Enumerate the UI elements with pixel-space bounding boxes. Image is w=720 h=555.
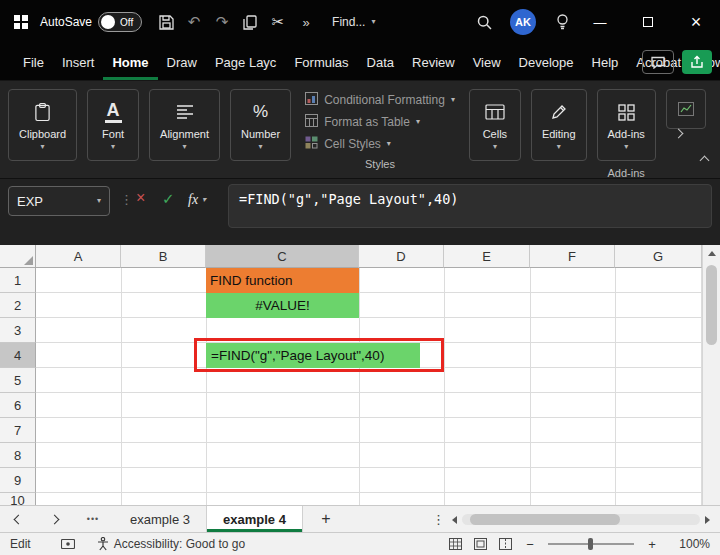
minimize-button[interactable]: —	[576, 0, 624, 44]
cancel-icon[interactable]: ×	[136, 190, 145, 206]
add-ins-icon	[618, 99, 635, 125]
zoom-level[interactable]: 100%	[670, 537, 710, 551]
cell-c2[interactable]: #VALUE!	[206, 293, 359, 318]
sheet-tab-example-3[interactable]: example 3	[114, 506, 206, 532]
search-icon[interactable]	[470, 7, 498, 37]
annotation-highlight-box	[194, 338, 444, 372]
column-header-a[interactable]: A	[36, 245, 121, 268]
formula-input[interactable]: =FIND("g","Page Layout",40)	[228, 184, 712, 228]
collapse-ribbon-button[interactable]	[701, 150, 708, 168]
row-header-3[interactable]: 3	[0, 318, 36, 343]
redo-icon[interactable]: ↷	[208, 7, 236, 37]
tab-draw[interactable]: Draw	[158, 44, 206, 80]
maximize-button[interactable]	[624, 0, 672, 44]
alignment-group-button[interactable]: Alignment ▾	[149, 89, 220, 161]
column-header-g[interactable]: G	[615, 245, 702, 268]
font-group-button[interactable]: A Font ▾	[87, 89, 139, 161]
editing-group-button[interactable]: Editing ▾	[531, 89, 587, 161]
conditional-formatting-button[interactable]: Conditional Formatting ▾	[305, 92, 455, 108]
autosave-toggle[interactable]: Off	[98, 12, 142, 32]
save-icon[interactable]	[152, 7, 180, 37]
tab-view[interactable]: View	[464, 44, 510, 80]
accessibility-status[interactable]: Accessibility: Good to go	[97, 537, 245, 551]
cells-group-button[interactable]: Cells ▾	[469, 89, 521, 161]
sheet-prev-button[interactable]	[0, 506, 36, 532]
zoom-slider[interactable]	[548, 543, 634, 545]
avatar[interactable]: AK	[510, 9, 536, 35]
comments-button[interactable]	[642, 50, 674, 74]
row-header-10[interactable]: 10	[0, 493, 36, 505]
copy-icon[interactable]	[236, 7, 264, 37]
column-header-c[interactable]: C	[206, 245, 359, 268]
horizontal-scrollbar-track[interactable]	[462, 514, 700, 525]
undo-icon[interactable]: ↶	[180, 7, 208, 37]
sheet-overflow-button[interactable]: •••	[72, 506, 114, 532]
zoom-slider-thumb[interactable]	[588, 538, 593, 550]
tab-data[interactable]: Data	[358, 44, 403, 80]
chevron-down-icon: ▾	[97, 197, 101, 205]
toggle-knob-icon	[101, 15, 115, 29]
vertical-scrollbar-thumb[interactable]	[706, 265, 717, 345]
normal-view-button[interactable]	[449, 538, 462, 550]
row-header-7[interactable]: 7	[0, 418, 36, 443]
clipboard-group-button[interactable]: Clipboard ▾	[8, 89, 77, 161]
addin-tile[interactable]	[666, 89, 706, 129]
enter-check-icon[interactable]: ✓	[162, 191, 175, 206]
tab-formulas[interactable]: Formulas	[285, 44, 357, 80]
tab-home[interactable]: Home	[103, 44, 157, 80]
column-header-b[interactable]: B	[121, 245, 206, 268]
scroll-right-icon[interactable]	[705, 516, 710, 524]
excel-window: AutoSave Off ↶ ↷ ✂ » Find... ▾ AK — ×	[0, 0, 720, 555]
cell-c1[interactable]: FIND function	[206, 268, 359, 293]
zoom-out-button[interactable]: −	[524, 537, 536, 552]
tab-page-layout[interactable]: Page Layc	[206, 44, 285, 80]
sheet-next-button[interactable]	[36, 506, 72, 532]
app-launcher-icon[interactable]	[10, 11, 32, 33]
tab-developer[interactable]: Develope	[510, 44, 583, 80]
row-header-4[interactable]: 4	[0, 343, 36, 368]
tab-insert[interactable]: Insert	[53, 44, 104, 80]
close-button[interactable]: ×	[672, 0, 720, 44]
row-header-6[interactable]: 6	[0, 393, 36, 418]
select-all-corner[interactable]	[0, 245, 36, 268]
add-ins-button[interactable]: Add-ins ▾	[597, 89, 656, 161]
chevron-down-icon: ▾	[451, 96, 455, 104]
scroll-up-icon[interactable]	[708, 251, 716, 256]
row-header-5[interactable]: 5	[0, 368, 36, 393]
scroll-left-icon[interactable]	[452, 516, 457, 524]
column-header-f[interactable]: F	[530, 245, 615, 268]
tab-review[interactable]: Review	[403, 44, 464, 80]
macro-record-icon[interactable]	[61, 539, 75, 549]
insert-function-button[interactable]: fx ▾	[188, 192, 206, 208]
add-sheet-button[interactable]: +	[303, 506, 349, 532]
horizontal-scrollbar[interactable]	[452, 513, 710, 526]
column-header-e[interactable]: E	[444, 245, 530, 268]
sheet-tab-example-4[interactable]: example 4	[206, 506, 303, 532]
toolbar-overflow-icon[interactable]: »	[292, 7, 320, 37]
find-dropdown[interactable]: Find... ▾	[332, 15, 375, 29]
number-group-button[interactable]: % Number ▾	[230, 89, 291, 161]
sheet-canvas[interactable]: FIND function #VALUE! =FIND("g","Page La…	[36, 268, 702, 505]
column-header-d[interactable]: D	[359, 245, 444, 268]
cell-styles-button[interactable]: Cell Styles ▾	[305, 136, 455, 152]
row-header-2[interactable]: 2	[0, 293, 36, 318]
name-box[interactable]: EXP ▾	[8, 186, 110, 216]
tab-file[interactable]: File	[14, 44, 53, 80]
horizontal-scrollbar-thumb[interactable]	[470, 514, 620, 525]
ribbon-overflow-button[interactable]	[675, 123, 682, 141]
lightbulb-icon[interactable]	[548, 7, 576, 37]
page-break-view-button[interactable]	[499, 538, 512, 550]
sheet-menu-button[interactable]: ⋮	[432, 506, 445, 532]
row-header-9[interactable]: 9	[0, 468, 36, 493]
zoom-in-button[interactable]: +	[646, 537, 658, 552]
format-as-table-button[interactable]: Format as Table ▾	[305, 114, 455, 130]
page-layout-view-button[interactable]	[474, 538, 487, 550]
vertical-scrollbar[interactable]	[702, 245, 720, 505]
cut-icon[interactable]: ✂	[264, 7, 292, 37]
grid-line	[444, 268, 445, 505]
tab-help[interactable]: Help	[583, 44, 628, 80]
share-button[interactable]	[682, 50, 712, 74]
row-header-1[interactable]: 1	[0, 268, 36, 293]
row-header-8[interactable]: 8	[0, 443, 36, 468]
grid-line	[121, 268, 122, 505]
